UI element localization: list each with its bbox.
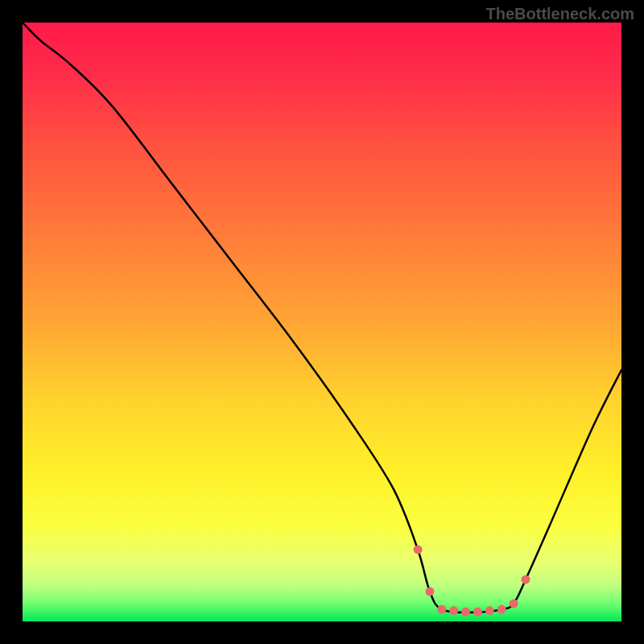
optimal-marker (473, 608, 482, 617)
watermark-text: TheBottleneck.com (486, 5, 634, 23)
optimal-zone-markers (414, 545, 530, 616)
optimal-marker (437, 605, 446, 614)
bottleneck-curve (23, 23, 621, 613)
optimal-marker (485, 606, 494, 615)
chart-container: TheBottleneck.com (0, 0, 644, 644)
optimal-marker (510, 599, 518, 608)
curve-layer (23, 23, 621, 621)
optimal-marker (521, 575, 530, 584)
optimal-marker (461, 608, 470, 617)
optimal-marker (497, 605, 506, 614)
optimal-marker (425, 587, 434, 596)
optimal-marker (414, 545, 423, 554)
plot-area (23, 23, 621, 621)
optimal-marker (449, 606, 458, 615)
